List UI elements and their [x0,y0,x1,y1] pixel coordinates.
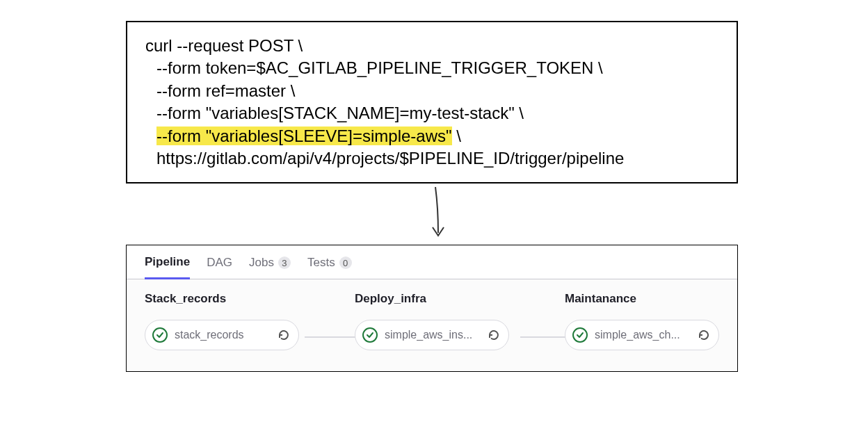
pipeline-panel: Pipeline DAG Jobs 3 Tests 0 Stack_record… [126,245,738,372]
job-name: stack_records [175,329,269,341]
tab-pipeline[interactable]: Pipeline [145,255,190,279]
retry-icon[interactable] [696,327,712,343]
tab-tests[interactable]: Tests 0 [307,256,352,278]
job-simple-aws-check[interactable]: simple_aws_ch... [565,320,719,350]
code-text: \ [452,127,461,145]
job-stack-records[interactable]: stack_records [145,320,299,350]
job-simple-aws-install[interactable]: simple_aws_ins... [355,320,509,350]
tab-label: DAG [207,256,232,270]
tab-label: Pipeline [145,255,190,269]
stage-stack-records: Stack_records stack_records [145,292,299,350]
tab-count-badge: 0 [339,256,352,269]
code-line-highlighted: --form "variables[SLEEVE]=simple-aws" \ [145,125,718,147]
code-line: --form "variables[STACK_NAME]=my-test-st… [145,102,718,124]
pipeline-graph: Stack_records stack_records Deploy_infra [127,279,737,371]
arrow-down-icon [426,187,453,243]
pipeline-tabs: Pipeline DAG Jobs 3 Tests 0 [127,245,737,279]
stage-title: Deploy_infra [355,292,509,306]
retry-icon[interactable] [486,327,501,343]
highlighted-text: --form "variables[SLEEVE]=simple-aws" [156,127,452,145]
stage-maintanance: Maintanance simple_aws_ch... [565,292,719,350]
stage-title: Stack_records [145,292,299,306]
status-success-icon [152,327,168,343]
tab-label: Tests [307,256,335,270]
tab-jobs[interactable]: Jobs 3 [249,256,291,278]
code-line: --form ref=master \ [145,80,718,102]
status-success-icon [572,327,588,343]
code-line: --form token=$AC_GITLAB_PIPELINE_TRIGGER… [145,57,718,79]
stage-title: Maintanance [565,292,719,306]
curl-command-box: curl --request POST \ --form token=$AC_G… [126,21,738,184]
tab-count-badge: 3 [278,256,291,269]
code-line: curl --request POST \ [145,35,718,57]
code-line: https://gitlab.com/api/v4/projects/$PIPE… [145,147,718,170]
tab-dag[interactable]: DAG [207,256,232,278]
stage-deploy-infra: Deploy_infra simple_aws_ins... [355,292,509,350]
job-name: simple_aws_ins... [385,329,479,341]
status-success-icon [362,327,378,343]
tab-label: Jobs [249,256,274,270]
stage-connector [305,336,360,338]
retry-icon[interactable] [276,327,291,343]
job-name: simple_aws_ch... [595,329,689,341]
